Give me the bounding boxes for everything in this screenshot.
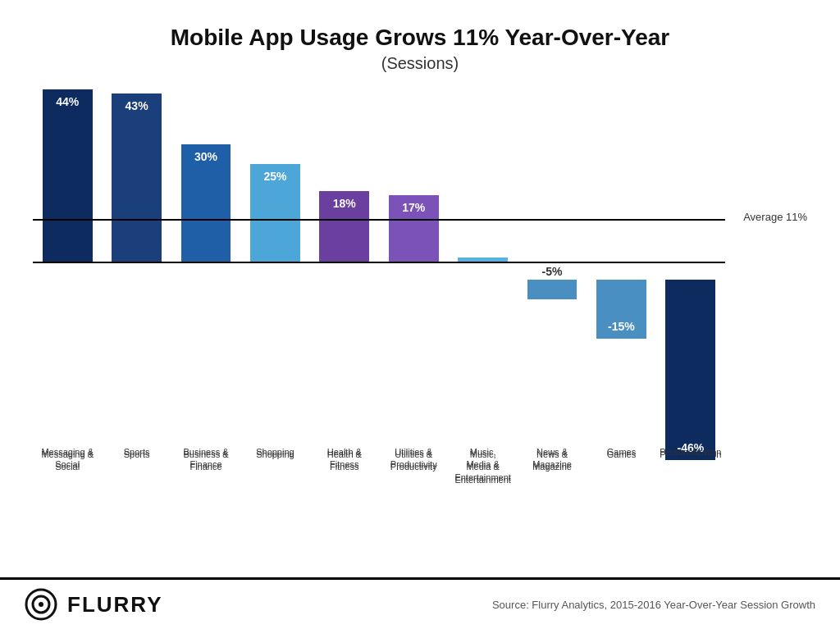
chart-main: Average 11%44%Messaging & Social43%Sport…: [33, 89, 807, 569]
bar-positive: 44%: [43, 89, 93, 262]
bar-col: 43%Sports: [102, 89, 171, 442]
bars-wrapper: Average 11%44%Messaging & Social43%Sport…: [33, 89, 807, 442]
bar-col: 30%Business & Finance: [171, 89, 240, 442]
footer: FLURRY Source: Flurry Analytics, 2015-20…: [0, 577, 840, 629]
average-label: Average 11%: [743, 211, 807, 223]
bar-positive: 25%: [250, 164, 300, 262]
svg-point-2: [39, 602, 43, 607]
chart-container: Mobile App Usage Grows 11% Year-Over-Yea…: [0, 0, 840, 577]
bar-col: -46%-46%Personalization: [656, 89, 725, 442]
bar-col: 25%Shopping: [240, 89, 309, 442]
bar-negative: -15%: [596, 280, 646, 339]
bar-col: 18%Health & Fitness: [310, 89, 379, 442]
bar-value-label: 30%: [194, 144, 217, 163]
chart-title: Mobile App Usage Grows 11% Year-Over-Yea…: [33, 25, 807, 51]
footer-logo: FLURRY: [25, 588, 162, 621]
neg-label-above: -5%: [518, 265, 587, 278]
bar-negative: -46%: [665, 280, 715, 460]
logo-text: FLURRY: [67, 592, 162, 618]
bar-col: 44%Messaging & Social: [33, 89, 102, 442]
bar-col: -15%-15%Games: [587, 89, 655, 442]
average-line: [33, 219, 725, 221]
chart-subtitle: (Sessions): [33, 54, 807, 73]
bars-area: 44%Messaging & Social43%Sports30%Busines…: [33, 89, 725, 442]
baseline: [33, 262, 725, 263]
flurry-logo-icon: [25, 588, 57, 621]
bar-col: 1%Music, Media & Entertainment: [448, 89, 517, 442]
footer-source: Source: Flurry Analytics, 2015-2016 Year…: [492, 599, 815, 611]
bar-col: -5%News & Magazine: [518, 89, 587, 442]
bar-positive: 17%: [389, 195, 439, 262]
bar-positive: 30%: [181, 144, 231, 262]
bar-positive: 18%: [319, 191, 369, 262]
bar-value-label: 44%: [56, 89, 79, 108]
bar-negative: [527, 280, 578, 299]
bar-col: 17%Utilities & Productivity: [379, 89, 448, 442]
bar-value-label: 18%: [333, 191, 356, 210]
bar-positive: 43%: [112, 93, 162, 262]
bar-value-label: 1%: [475, 258, 491, 276]
bar-value-label: 17%: [402, 195, 425, 214]
bar-value-label: 43%: [126, 93, 148, 112]
bar-value-label: 25%: [263, 164, 286, 183]
bar-value-label-neg: -15%: [608, 320, 635, 339]
